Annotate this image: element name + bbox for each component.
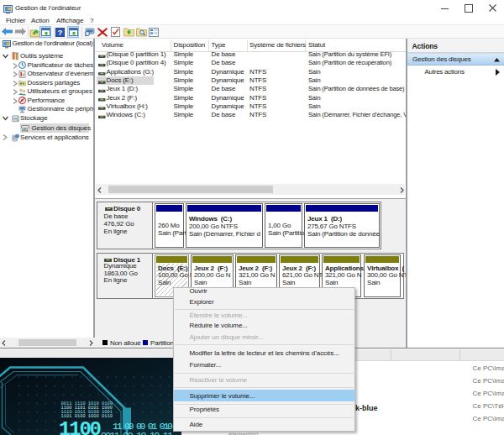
svg-text:1100: 1100 (59, 418, 102, 435)
svg-text:0011 00 10 10 11: 0011 00 10 10 11 (101, 430, 173, 435)
